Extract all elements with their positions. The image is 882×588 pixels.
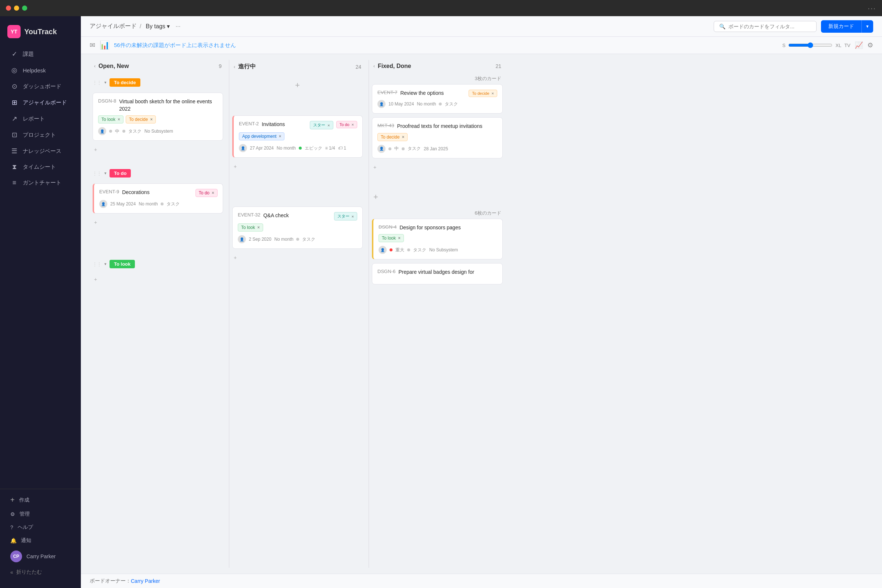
sidebar-item-reports[interactable]: ↗ レポート [3,111,78,126]
card-subsystem: No Subsystem [144,129,173,134]
settings-button[interactable]: ⚙ [867,41,873,49]
add-card-button-to-decide[interactable]: + [93,144,223,155]
chart-icon: 📊 [100,40,110,50]
sidebar-item-issues[interactable]: ✓ 課題 [3,46,78,62]
card-dsgn-8[interactable]: DSGN-8 Virtual booth sketch for the onli… [93,93,223,141]
drag-handle-icon[interactable]: ⋮⋮ [93,171,101,176]
add-card-in-progress-to-decide[interactable]: + [293,78,302,92]
close-button[interactable] [6,6,11,10]
card-tag-todo[interactable]: To do × [195,189,218,197]
group-chevron-icon[interactable]: ▾ [104,171,106,176]
sidebar-item-notify[interactable]: 🔔 通知 [3,534,78,547]
card-type: エピック [304,145,322,152]
card-title-row: MKT-43 Proofread texts for meetup invita… [377,123,497,130]
sidebar-item-projects[interactable]: ⊡ プロジェクト [3,127,78,142]
card-avatar: 👤 [239,144,247,152]
card-event-32[interactable]: EVENT-32 Q&A check スター × To look × 👤 2 S… [232,207,363,249]
breadcrumb-current[interactable]: By tags ▾ [146,23,170,30]
tag-remove-icon[interactable]: × [118,117,120,122]
card-priority: 重大 [395,247,404,253]
help-label: ヘルプ [18,524,33,531]
card-event-7[interactable]: EVENT-7 Review the options To decide × 👤… [372,84,503,114]
card-tag-todo[interactable]: To do × [336,121,357,128]
tag-remove-icon[interactable]: × [150,117,153,122]
sidebar-item-gantt[interactable]: ≡ ガントチャート [3,175,78,190]
header-more-icon[interactable]: ··· [176,23,180,30]
search-input[interactable] [728,24,802,29]
sidebar-item-user[interactable]: CP Carry Parker [3,548,78,565]
size-range-input[interactable] [788,42,832,48]
new-card-button[interactable]: 新規カード [821,20,861,33]
card-tag[interactable]: To look × [98,116,123,123]
sidebar-item-help[interactable]: ? ヘルプ [3,521,78,534]
new-card-dropdown[interactable]: ▾ [861,20,873,33]
card-tag-tolook[interactable]: To look × [378,234,404,242]
gantt-icon: ≡ [10,179,18,187]
user-name: Carry Parker [27,554,56,560]
manage-icon: ⚙ [10,511,15,517]
add-card-button-to-look[interactable]: + [93,274,223,285]
add-card-button-to-do[interactable]: + [93,217,223,228]
sidebar-item-timesheet[interactable]: ⧗ タイムシート [3,159,78,175]
notify-label: 通知 [21,537,31,544]
group-row-to-do: ⋮⋮ ▾ To do [93,166,223,180]
column-collapse-icon[interactable]: ‹ [234,64,235,69]
card-title: Invitations [262,121,307,128]
group-chevron-icon[interactable]: ▾ [104,262,106,266]
titlebar-more-icon[interactable]: ··· [868,4,876,12]
card-title-row: EVENT-7 Review the options To decide × [377,90,497,97]
add-card-button-in-progress-tolook[interactable]: + [232,252,363,263]
card-avatar: 👤 [238,235,246,243]
drag-handle-icon[interactable]: ⋮⋮ [93,262,101,267]
group-chevron-icon[interactable]: ▾ [104,80,106,85]
sidebar-collapse-button[interactable]: « 折りたたむ [3,566,78,579]
logo[interactable]: YT YouTrack [0,22,81,46]
card-tag-tolook[interactable]: To look × [238,224,263,231]
sidebar-item-knowledge[interactable]: ☰ ナレッジベース [3,143,78,159]
add-card-button-fixed-done-todecide[interactable]: + [372,162,503,172]
create-icon: + [10,496,15,504]
card-dsgn-4[interactable]: DSGN-4 Design for sponsors pages To look… [372,219,503,260]
drag-handle-icon[interactable]: ⋮⋮ [93,80,101,85]
tag-remove-icon[interactable]: × [402,135,404,140]
sidebar-item-helpdesk[interactable]: ◎ Helpdesk [3,63,78,78]
add-card-button-in-progress-todo[interactable]: + [232,161,363,172]
sidebar-item-create[interactable]: + 作成 [3,493,78,507]
card-tag-star[interactable]: スター × [334,212,357,220]
column-collapse-icon[interactable]: ‹ [374,64,375,69]
card-dsgn-6[interactable]: DSGN-6 Prepare virtual badges design for [372,263,503,285]
card-tag-todecide[interactable]: To decide × [377,133,408,141]
type-dot [299,147,302,150]
sidebar-item-gantt-label: ガントチャート [23,179,62,186]
tag-remove-icon[interactable]: × [257,225,260,230]
sidebar-item-issues-label: 課題 [23,51,34,58]
sidebar-item-agile[interactable]: ⊞ アジャイルボード [3,95,78,110]
sidebar-item-dashboard[interactable]: ⊙ ダッシュボード [3,79,78,94]
slider-label-s: S [782,43,786,48]
board-owner-link[interactable]: Carry Parker [131,578,160,584]
maximize-button[interactable] [22,6,27,10]
card-date: 2 Sep 2020 [249,237,271,242]
add-card-fixed-done-todo[interactable]: + [372,190,503,204]
notification-email-icon[interactable]: ✉ [90,41,95,49]
card-event-2[interactable]: EVENT-2 Invitations スター × To do × App de… [232,116,363,158]
window-controls[interactable] [6,6,27,10]
card-tag[interactable]: To decide × [126,116,156,123]
card-event-9[interactable]: EVENT-9 Decorations To do × 👤 25 May 202… [93,183,223,213]
minimize-button[interactable] [14,6,19,10]
card-title: Decorations [122,189,192,196]
tag-remove-icon[interactable]: × [398,236,400,241]
tag-remove-icon[interactable]: × [212,190,214,195]
card-tag-todecide[interactable]: To decide × [469,90,497,97]
card-tag-star[interactable]: スター × [310,121,333,129]
sidebar-item-manage[interactable]: ⚙ 管理 [3,508,78,520]
chart-view-button[interactable]: 📈 [855,41,863,49]
card-meta: 👤 27 Apr 2024 No month エピック ≡ 1/4 🏷 1 [239,144,357,152]
card-tag-appdev[interactable]: App development × [239,132,285,140]
card-mkt-43[interactable]: MKT-43 Proofread texts for meetup invita… [372,117,503,158]
tag-remove-icon[interactable]: × [279,134,281,139]
breadcrumb-parent[interactable]: アジャイルボード [90,22,137,30]
cards-in-progress-to-do: EVENT-2 Invitations スター × To do × App de… [232,116,363,189]
column-collapse-icon[interactable]: ‹ [94,64,96,69]
group-badge-to-do: To do [110,169,131,177]
